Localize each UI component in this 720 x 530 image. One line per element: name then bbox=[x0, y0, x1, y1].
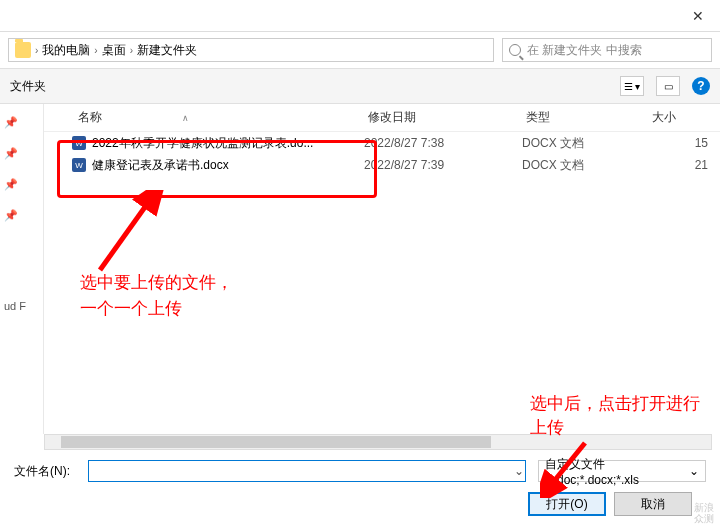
open-button[interactable]: 打开(O) bbox=[528, 492, 606, 516]
pin-icon[interactable]: 📌 bbox=[4, 147, 18, 160]
docx-icon: W bbox=[72, 158, 86, 172]
file-date: 2022/8/27 7:38 bbox=[364, 136, 522, 150]
file-name: 2022年秋季开学健康状况监测记录表.do... bbox=[92, 135, 364, 152]
search-input[interactable]: 在 新建文件夹 中搜索 bbox=[502, 38, 712, 62]
chevron-down-icon[interactable]: ⌄ bbox=[514, 464, 522, 478]
crumb-item[interactable]: 我的电脑 bbox=[42, 42, 90, 59]
sort-indicator-icon: ∧ bbox=[182, 113, 189, 123]
file-rows: W 2022年秋季开学健康状况监测记录表.do... 2022/8/27 7:3… bbox=[44, 132, 720, 176]
filter-text: 自定义文件 (*.doc;*.docx;*.xls bbox=[545, 456, 689, 487]
docx-icon: W bbox=[72, 136, 86, 150]
sidebar-item-cloud[interactable]: ud F bbox=[4, 300, 26, 312]
filename-input[interactable] bbox=[88, 460, 526, 482]
filename-label: 文件名(N): bbox=[14, 463, 82, 480]
sidebar-item[interactable] bbox=[4, 240, 7, 252]
view-details-button[interactable]: ▭ bbox=[656, 76, 680, 96]
search-icon bbox=[509, 44, 521, 56]
col-size[interactable]: 大小 bbox=[646, 109, 706, 126]
file-size: 15 bbox=[648, 136, 708, 150]
annotation-text-1: 选中要上传的文件， 一个一个上传 bbox=[80, 270, 233, 321]
sidebar: 📌 📌 📌 📌 ud F bbox=[0, 104, 44, 434]
file-type-filter[interactable]: 自定义文件 (*.doc;*.docx;*.xls ⌄ bbox=[538, 460, 706, 482]
pin-icon[interactable]: 📌 bbox=[4, 116, 18, 129]
file-type: DOCX 文档 bbox=[522, 135, 648, 152]
chevron-down-icon: ⌄ bbox=[689, 464, 699, 478]
col-date[interactable]: 修改日期 bbox=[362, 109, 520, 126]
search-placeholder: 在 新建文件夹 中搜索 bbox=[527, 42, 642, 59]
crumb-item[interactable]: 新建文件夹 bbox=[137, 42, 197, 59]
address-bar: › 我的电脑 › 桌面 › 新建文件夹 在 新建文件夹 中搜索 bbox=[0, 32, 720, 68]
watermark: 新浪 众测 bbox=[694, 502, 714, 524]
toolbar: 文件夹 ☰ ▾ ▭ ? bbox=[0, 68, 720, 104]
file-date: 2022/8/27 7:39 bbox=[364, 158, 522, 172]
titlebar: ✕ bbox=[0, 0, 720, 32]
content-area: 📌 📌 📌 📌 ud F 名称∧ 修改日期 类型 大小 W 2022年秋季开学健… bbox=[0, 104, 720, 434]
toolbar-folder-label[interactable]: 文件夹 bbox=[10, 78, 46, 95]
chevron-right-icon: › bbox=[130, 45, 133, 56]
scrollbar-thumb[interactable] bbox=[61, 436, 491, 448]
column-headers[interactable]: 名称∧ 修改日期 类型 大小 bbox=[44, 104, 720, 132]
file-list: 名称∧ 修改日期 类型 大小 W 2022年秋季开学健康状况监测记录表.do..… bbox=[44, 104, 720, 434]
annotation-text-2: 选中后，点击打开进行 上传 bbox=[530, 392, 700, 440]
crumb-item[interactable]: 桌面 bbox=[102, 42, 126, 59]
view-list-button[interactable]: ☰ ▾ bbox=[620, 76, 644, 96]
sidebar-item[interactable] bbox=[4, 270, 7, 282]
dialog-footer: 文件名(N): ⌄ 自定义文件 (*.doc;*.docx;*.xls ⌄ 打开… bbox=[0, 450, 720, 526]
close-button[interactable]: ✕ bbox=[675, 0, 720, 32]
chevron-right-icon: › bbox=[35, 45, 38, 56]
col-type[interactable]: 类型 bbox=[520, 109, 646, 126]
file-row[interactable]: W 2022年秋季开学健康状况监测记录表.do... 2022/8/27 7:3… bbox=[44, 132, 720, 154]
file-size: 21 bbox=[648, 158, 708, 172]
folder-icon bbox=[15, 42, 31, 58]
col-name[interactable]: 名称 bbox=[78, 109, 102, 126]
cancel-button[interactable]: 取消 bbox=[614, 492, 692, 516]
file-name: 健康登记表及承诺书.docx bbox=[92, 157, 364, 174]
pin-icon[interactable]: 📌 bbox=[4, 178, 18, 191]
pin-icon[interactable]: 📌 bbox=[4, 209, 18, 222]
breadcrumb[interactable]: › 我的电脑 › 桌面 › 新建文件夹 bbox=[8, 38, 494, 62]
file-type: DOCX 文档 bbox=[522, 157, 648, 174]
help-icon[interactable]: ? bbox=[692, 77, 710, 95]
file-row[interactable]: W 健康登记表及承诺书.docx 2022/8/27 7:39 DOCX 文档 … bbox=[44, 154, 720, 176]
chevron-right-icon: › bbox=[94, 45, 97, 56]
